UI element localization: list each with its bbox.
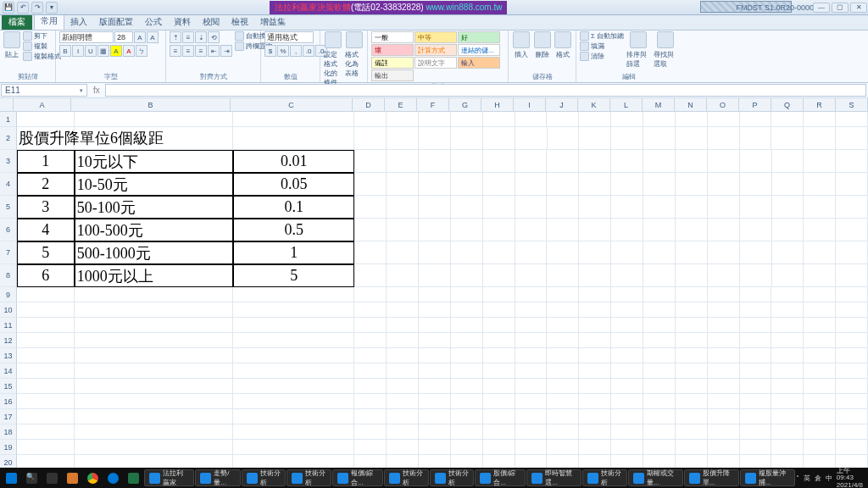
cell[interactable]: [515, 409, 548, 424]
cell[interactable]: [515, 196, 548, 219]
column-header[interactable]: D: [353, 98, 385, 111]
row-header[interactable]: 18: [0, 424, 17, 440]
cell[interactable]: [75, 440, 233, 455]
column-header[interactable]: L: [610, 98, 643, 111]
cell[interactable]: [483, 196, 515, 219]
cell[interactable]: [643, 264, 676, 287]
row-header[interactable]: 13: [0, 348, 17, 363]
cell[interactable]: [804, 264, 836, 287]
cell[interactable]: 0.01: [233, 150, 354, 173]
cell[interactable]: 3: [17, 196, 75, 219]
cell-style-option[interactable]: 一般: [371, 31, 414, 43]
row-header[interactable]: 6: [0, 219, 17, 241]
cell[interactable]: [75, 127, 233, 150]
cell[interactable]: [771, 409, 804, 424]
cell[interactable]: [579, 302, 611, 318]
cell[interactable]: [547, 409, 579, 424]
cell[interactable]: [676, 112, 708, 127]
cell[interactable]: [233, 302, 354, 318]
cell[interactable]: [708, 348, 740, 363]
column-header[interactable]: O: [707, 98, 739, 111]
cell[interactable]: [708, 424, 740, 440]
cell[interactable]: [17, 112, 75, 127]
cell[interactable]: [354, 363, 387, 379]
cell[interactable]: [483, 150, 515, 173]
cell[interactable]: [643, 394, 676, 409]
tab-home[interactable]: 常用: [34, 13, 64, 30]
cell[interactable]: [419, 394, 451, 409]
cell[interactable]: [387, 318, 419, 333]
cell[interactable]: [515, 348, 548, 363]
column-header[interactable]: S: [836, 98, 868, 111]
cell[interactable]: [515, 241, 548, 264]
cell[interactable]: [354, 379, 387, 394]
cell[interactable]: [804, 302, 836, 318]
cell[interactable]: [451, 348, 483, 363]
cell[interactable]: [740, 379, 772, 394]
cell[interactable]: [451, 379, 483, 394]
cell[interactable]: [804, 348, 836, 363]
cell[interactable]: [804, 150, 836, 173]
cell[interactable]: [836, 173, 868, 196]
cell-style-option[interactable]: 輸出: [371, 69, 414, 81]
cell[interactable]: [611, 394, 643, 409]
cell[interactable]: [354, 302, 387, 318]
cell[interactable]: [354, 112, 387, 127]
cell[interactable]: [387, 241, 419, 264]
cell[interactable]: [75, 363, 233, 379]
cell[interactable]: 2: [17, 173, 75, 196]
cell[interactable]: [233, 379, 354, 394]
cell-style-option[interactable]: 壞: [371, 44, 414, 56]
cell[interactable]: [611, 348, 643, 363]
taskbar-explorer-icon[interactable]: [63, 469, 82, 486]
cell[interactable]: [547, 287, 579, 302]
cell[interactable]: [708, 264, 740, 287]
cell[interactable]: [515, 440, 548, 455]
cell[interactable]: [771, 112, 804, 127]
cell[interactable]: [611, 409, 643, 424]
cell[interactable]: [804, 241, 836, 264]
cell[interactable]: [836, 112, 868, 127]
cell[interactable]: [387, 379, 419, 394]
cell[interactable]: [483, 440, 515, 455]
maximize-button[interactable]: ▢: [832, 3, 849, 13]
cell[interactable]: [387, 150, 419, 173]
font-color-icon[interactable]: A: [123, 45, 135, 57]
cell[interactable]: [740, 363, 772, 379]
cell[interactable]: [708, 196, 740, 219]
taskbar-taskview-icon[interactable]: [42, 469, 62, 486]
cell[interactable]: [708, 440, 740, 455]
worksheet-grid[interactable]: ABCDEFGHIJKLMNOPQRS 12345678910111213141…: [0, 98, 868, 473]
cell[interactable]: [233, 112, 354, 127]
cell[interactable]: [233, 363, 354, 379]
cell[interactable]: [451, 302, 483, 318]
cell[interactable]: [547, 333, 579, 348]
cell[interactable]: [547, 219, 579, 241]
autosum-button[interactable]: Σ 自動加總: [580, 31, 624, 41]
cell[interactable]: [419, 318, 451, 333]
cell[interactable]: [75, 318, 233, 333]
cell[interactable]: [708, 379, 740, 394]
cell[interactable]: [387, 363, 419, 379]
column-header[interactable]: H: [481, 98, 514, 111]
row-header[interactable]: 14: [0, 363, 17, 379]
column-header[interactable]: I: [514, 98, 546, 111]
cell[interactable]: [836, 219, 868, 241]
cell[interactable]: [483, 394, 515, 409]
cell[interactable]: [643, 287, 676, 302]
cell[interactable]: [643, 150, 676, 173]
cell[interactable]: [17, 440, 75, 455]
cell[interactable]: [547, 394, 579, 409]
cell[interactable]: [676, 348, 708, 363]
cell[interactable]: [483, 409, 515, 424]
cell[interactable]: [740, 196, 772, 219]
paste-button[interactable]: 貼上: [3, 31, 20, 59]
cell[interactable]: [676, 333, 708, 348]
cell[interactable]: [233, 348, 354, 363]
cell[interactable]: [772, 150, 804, 173]
row-header[interactable]: 19: [0, 440, 17, 455]
row-header[interactable]: 2: [0, 127, 17, 150]
cell[interactable]: [451, 424, 483, 440]
cell[interactable]: [771, 394, 804, 409]
cell[interactable]: [708, 150, 740, 173]
